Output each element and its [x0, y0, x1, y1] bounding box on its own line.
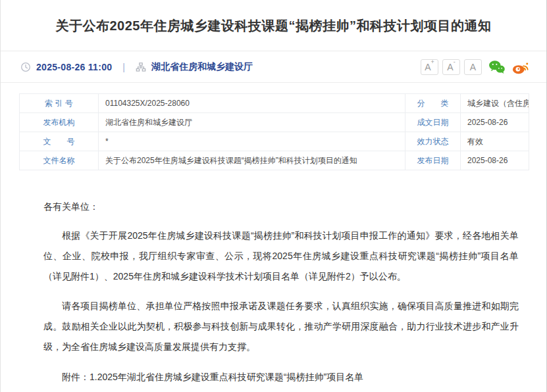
- category-value: 城乡建设（含住房）: [461, 94, 529, 113]
- source-link[interactable]: 湖北省住房和城乡建设厅: [151, 61, 253, 73]
- document-info-table: 索 引 号 01104325X/2025-28060 分 类 城乡建设（含住房）…: [19, 93, 529, 170]
- page-title: 关于公布2025年住房城乡建设科技课题“揭榜挂帅”和科技计划项目的通知: [1, 0, 546, 35]
- notice-page: 关于公布2025年住房城乡建设科技课题“揭榜挂帅”和科技计划项目的通知 2025…: [0, 0, 547, 392]
- salutation: 各有关单位：: [43, 197, 519, 216]
- doc-number-label: 文 号: [20, 132, 99, 151]
- issuing-agency-value: 湖北省住房和城乡建设厅: [99, 113, 405, 132]
- category-label: 分 类: [405, 94, 461, 113]
- issuing-agency-label: 发布机构: [20, 113, 99, 132]
- wechat-share-icon[interactable]: [488, 59, 506, 75]
- paragraph-1: 根据《关于开展2025年住房城乡建设科技课题“揭榜挂帅”和科技计划项目申报工作的…: [43, 226, 519, 287]
- table-row: 文 号 * 效力状态 有效: [20, 132, 529, 151]
- index-number-value: 01104325X/2025-28060: [99, 94, 405, 113]
- written-date-label: 成文日期: [405, 113, 461, 132]
- validity-label: 效力状态: [405, 132, 461, 151]
- table-row: 索 引 号 01104325X/2025-28060 分 类 城乡建设（含住房）: [20, 94, 529, 113]
- font-smaller-button[interactable]: A-: [442, 59, 460, 75]
- weibo-share-icon[interactable]: [512, 59, 529, 75]
- meta-info: 2025-08-26 11:00 | 湖北省住房和城乡建设厅: [20, 61, 253, 73]
- written-date-value: 2025-08-26: [461, 113, 529, 132]
- validity-value: 有效: [461, 132, 529, 151]
- paragraph-2: 请各项目揭榜单位、承担单位严格按照申报承诺及课题任务要求，认真组织实施，确保项目…: [43, 296, 519, 357]
- table-row: 发布机构 湖北省住房和城乡建设厅 成文日期 2025-08-26: [20, 113, 529, 132]
- attachment-line-1: 附件：1.2025年湖北省住房城乡建设重点科技研究课题“揭榜挂帅”项目名单: [43, 367, 519, 387]
- publish-date-value: 2025-08-26: [461, 151, 529, 170]
- file-title-label: 文件名称: [20, 151, 99, 170]
- clock-icon: [20, 62, 31, 72]
- sitemap-icon: [136, 62, 146, 72]
- meta-tools: A+ A- A: [421, 59, 529, 75]
- document-info-table-wrap: 索 引 号 01104325X/2025-28060 分 类 城乡建设（含住房）…: [1, 83, 546, 170]
- font-larger-button[interactable]: A+: [421, 59, 438, 75]
- doc-number-value: *: [99, 132, 405, 151]
- index-number-label: 索 引 号: [20, 94, 99, 113]
- file-title-value: 关于公布2025年住房城乡建设科技课题“揭榜挂帅”和科技计划项目的通知: [99, 151, 405, 170]
- font-reset-button[interactable]: A: [464, 59, 482, 75]
- table-row: 文件名称 关于公布2025年住房城乡建设科技课题“揭榜挂帅”和科技计划项目的通知…: [20, 151, 529, 170]
- publish-date-label: 发布日期: [405, 151, 461, 170]
- meta-separator: |: [122, 62, 125, 72]
- meta-bar: 2025-08-26 11:00 | 湖北省住房和城乡建设厅 A+ A- A: [1, 51, 546, 83]
- publish-time: 2025-08-26 11:00: [36, 62, 112, 72]
- notice-body: 各有关单位： 根据《关于开展2025年住房城乡建设科技课题“揭榜挂帅”和科技计划…: [1, 170, 546, 392]
